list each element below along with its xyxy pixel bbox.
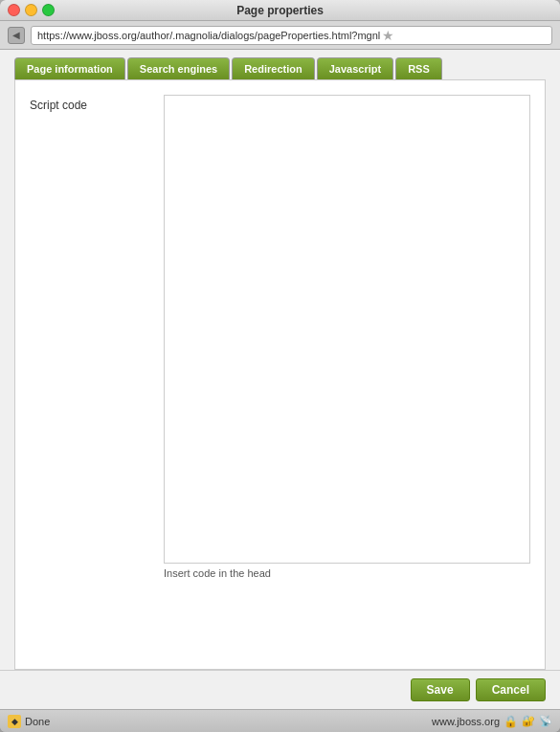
tab-search-engines[interactable]: Search engines — [127, 57, 230, 79]
tab-redirection[interactable]: Redirection — [232, 57, 315, 79]
bookmark-icon[interactable]: ★ — [382, 28, 394, 43]
url-bar-area: ◀ https://www.jboss.org/author/.magnolia… — [0, 21, 560, 50]
url-field[interactable]: https://www.jboss.org/author/.magnolia/d… — [31, 26, 552, 45]
maximize-button[interactable] — [42, 4, 55, 16]
status-icon: ◆ — [8, 715, 21, 728]
back-button[interactable]: ◀ — [8, 27, 25, 44]
script-code-input[interactable] — [164, 95, 530, 564]
script-code-label: Script code — [30, 95, 154, 112]
minimize-button[interactable] — [25, 4, 37, 16]
tab-page-information[interactable]: Page information — [14, 57, 125, 79]
status-text: Done — [25, 716, 50, 727]
content-area: Script code Insert code in the head — [14, 79, 546, 670]
tab-bar: Page information Search engines Redirect… — [0, 50, 560, 79]
window-title: Page properties — [236, 4, 324, 17]
security-icon: 🔐 — [522, 715, 535, 727]
action-bar: Save Cancel — [0, 670, 560, 709]
lock-icon: 🔒 — [504, 715, 518, 728]
save-button[interactable]: Save — [411, 678, 470, 701]
close-button[interactable] — [8, 4, 20, 16]
cancel-button[interactable]: Cancel — [476, 678, 546, 701]
status-bar: ◆ Done www.jboss.org 🔒 🔐 📡 — [0, 709, 560, 732]
status-left: ◆ Done — [8, 715, 50, 728]
script-code-row: Script code — [30, 95, 530, 564]
main-window: Page information Search engines Redirect… — [0, 50, 560, 709]
tab-rss[interactable]: RSS — [395, 57, 442, 79]
rss-icon: 📡 — [539, 715, 552, 727]
title-bar: Page properties — [0, 0, 560, 21]
status-url: www.jboss.org — [432, 716, 500, 727]
status-right: www.jboss.org 🔒 🔐 📡 — [432, 715, 552, 728]
tab-javascript[interactable]: Javascript — [317, 57, 393, 79]
script-hint: Insert code in the head — [30, 567, 530, 579]
window-controls[interactable] — [8, 4, 55, 16]
url-text: https://www.jboss.org/author/.magnolia/d… — [37, 30, 380, 41]
